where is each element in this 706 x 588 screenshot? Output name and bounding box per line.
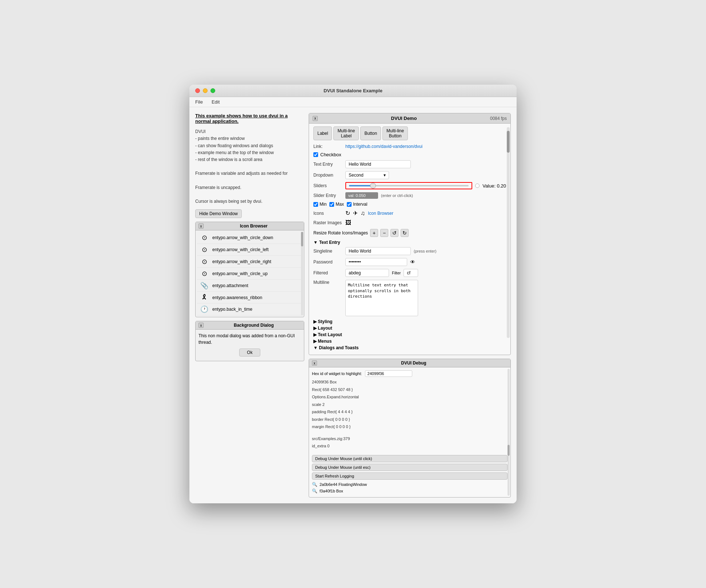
text-layout-section[interactable]: ▶ Text Layout <box>313 332 506 337</box>
password-row: Password 👁 <box>313 258 506 266</box>
demo-window-close[interactable]: x <box>313 116 318 121</box>
slider-value-label: Value: 0.20 <box>482 183 506 189</box>
dropdown-select[interactable]: Second ▾ <box>345 171 389 179</box>
list-item[interactable]: ⊙ entypo.arrow_with_circle_left <box>197 244 302 256</box>
debug-list-item-1[interactable]: 🔍 2a0b6e44 FloatingWindow <box>312 481 508 488</box>
resize-minus-button[interactable]: − <box>380 229 388 237</box>
dropdown-label: Dropdown <box>313 173 342 178</box>
debug-window-close[interactable]: x <box>312 361 317 366</box>
min-checkbox[interactable] <box>313 202 318 207</box>
arrow-circle-down-icon: ⊙ <box>200 234 209 242</box>
icon-browser-scrollbar[interactable] <box>301 232 303 315</box>
tab-multiline-button[interactable]: Multi-lineButton <box>382 126 408 140</box>
rotate-ccw-button[interactable]: ↺ <box>390 229 398 237</box>
window-title: DVUI Standalone Example <box>324 88 382 93</box>
slider-radio[interactable] <box>475 184 480 188</box>
dialog-ok-button[interactable]: Ok <box>239 349 260 357</box>
filtered-row: Filtered Filter <box>313 269 506 277</box>
list-item[interactable]: ⊙ entypo.arrow_with_circle_right <box>197 256 302 268</box>
desc-line-3: - example menu at the top of the window <box>195 149 304 156</box>
text-entry-section-label: Text Entry <box>319 240 340 245</box>
tab-multiline-label[interactable]: Multi-lineLabel <box>333 126 359 140</box>
tab-label[interactable]: Label <box>313 126 332 140</box>
right-panel: x DVUI Demo 0084 fps Label Multi-lineLab… <box>309 113 511 498</box>
hex-id-input[interactable] <box>365 370 412 377</box>
traffic-lights <box>195 88 215 93</box>
menu-file[interactable]: File <box>194 98 204 105</box>
minimize-button[interactable] <box>203 88 208 93</box>
debug-scrollbar[interactable] <box>508 369 510 496</box>
start-refresh-logging-button[interactable]: Start Refresh Logging <box>312 472 508 480</box>
list-item[interactable]: 📎 entypo.attachment <box>197 280 302 292</box>
demo-scrollbar-thumb[interactable] <box>507 131 510 153</box>
icon-name-2: entypo.arrow_with_circle_left <box>212 247 269 252</box>
debug-list-item-2[interactable]: 🔍 f3a40f1b Box <box>312 488 508 494</box>
text-entry-input[interactable] <box>345 160 411 168</box>
slider-track[interactable] <box>349 185 469 186</box>
sliders-row: Sliders Value: 0.20 <box>313 182 506 189</box>
password-input[interactable] <box>345 258 407 266</box>
debug-content: Hex id of widget to highlight: 24099f36 … <box>309 367 510 497</box>
slider-fill <box>349 185 373 186</box>
desc-line-4: - rest of the window is a scroll area <box>195 156 304 163</box>
background-dialog-close[interactable]: x <box>198 323 204 328</box>
icon-browser-link[interactable]: Icon Browser <box>368 211 393 216</box>
slider-entry-value: val: 0.050 <box>348 193 366 198</box>
hex-id-row: Hex id of widget to highlight: <box>312 370 508 377</box>
icon-browser-scrollbar-thumb[interactable] <box>301 232 303 246</box>
main-checkbox[interactable] <box>313 152 318 157</box>
multiline-label: Multiline <box>313 280 342 285</box>
icon-browser-close[interactable]: x <box>198 223 204 229</box>
icon-name-3: entypo.arrow_with_circle_right <box>212 259 271 264</box>
slider-thumb[interactable] <box>370 183 376 189</box>
resize-row: Resize Rotate Icons/Images + − ↺ ↻ <box>313 229 506 237</box>
list-item[interactable]: 🎗 entypo.awareness_ribbon <box>197 292 302 303</box>
icon-name-1: entypo.arrow_with_circle_down <box>212 235 273 240</box>
list-item[interactable]: ⊙ entypo.arrow_with_circle_up <box>197 268 302 280</box>
singleline-input[interactable] <box>345 247 411 255</box>
menus-section[interactable]: ▶ Menus <box>313 339 506 344</box>
raster-row: Raster Images 🖼 <box>313 220 506 226</box>
resize-plus-button[interactable]: + <box>370 229 378 237</box>
styling-section[interactable]: ▶ Styling <box>313 319 506 324</box>
debug-mouse-esc-button[interactable]: Debug Under Mouse (until esc) <box>312 464 508 471</box>
rotate-cw-button[interactable]: ↻ <box>401 229 409 237</box>
max-checkbox[interactable] <box>329 202 334 207</box>
refresh-icon: ↻ <box>345 210 350 217</box>
debug-mouse-click-button[interactable]: Debug Under Mouse (until click) <box>312 455 508 462</box>
layout-section[interactable]: ▶ Layout <box>313 326 506 331</box>
filtered-input[interactable] <box>345 269 389 277</box>
chevron-down-icon: ▾ <box>384 173 386 178</box>
filtered-label: Filtered <box>313 270 342 275</box>
interval-checkbox[interactable] <box>347 202 352 207</box>
tab-button[interactable]: Button <box>360 126 381 140</box>
list-item[interactable]: 🕐 entypo.back_in_time <box>197 303 302 315</box>
demo-scrollbar[interactable] <box>507 127 510 338</box>
desc-line-6: Framerate is uncapped. <box>195 184 304 191</box>
slider-entry-box[interactable]: val: 0.050 <box>345 192 378 199</box>
list-item[interactable]: ⊙ entypo.arrow_with_circle_down <box>197 232 302 244</box>
eye-toggle-icon[interactable]: 👁 <box>410 259 415 265</box>
debug-scrollbar-thumb[interactable] <box>508 445 510 456</box>
dialogs-section[interactable]: ▼ Dialogs and Toasts <box>313 345 506 350</box>
maximize-button[interactable] <box>210 88 215 93</box>
filter-input[interactable] <box>404 269 418 277</box>
close-button[interactable] <box>195 88 200 93</box>
menu-bar: File Edit <box>189 97 517 107</box>
max-label: Max <box>336 202 344 207</box>
icon-name-7: entypo.back_in_time <box>212 307 252 312</box>
text-entry-section-header[interactable]: ▼ Text Entry <box>313 240 506 245</box>
menu-edit[interactable]: Edit <box>210 98 221 105</box>
text-entry-row: Text Entry <box>313 160 506 168</box>
text-entry-section: ▼ Text Entry Singleline (press enter) Pa… <box>313 240 506 316</box>
debug-list-label-1: 2a0b6e44 FloatingWindow <box>320 482 367 487</box>
hide-demo-button[interactable]: Hide Demo Window <box>195 209 242 218</box>
link-url[interactable]: https://github.com/david-vanderson/dvui <box>345 144 422 149</box>
debug-title-bar: x DVUI Debug <box>309 359 510 367</box>
attachment-icon: 📎 <box>200 282 209 290</box>
debug-info-4: scale 2 <box>312 402 508 408</box>
desc-line-dvui: DVUI <box>195 128 304 135</box>
main-description: This example shows how to use dvui in a … <box>195 113 304 124</box>
multiline-textarea[interactable]: Multiline text entry that optionally scr… <box>345 280 418 316</box>
raster-label: Raster Images <box>313 220 342 225</box>
